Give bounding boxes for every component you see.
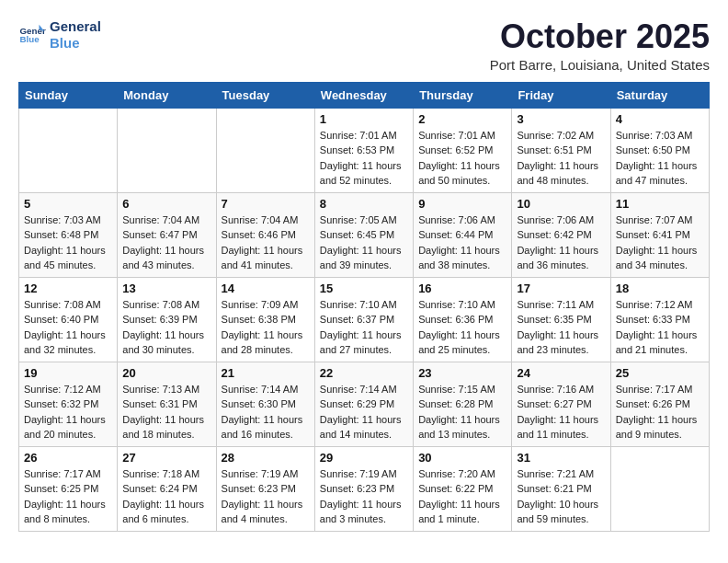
day-info: Sunrise: 7:04 AMSunset: 6:47 PMDaylight:… — [122, 213, 210, 273]
day-info: Sunrise: 7:17 AMSunset: 6:26 PMDaylight:… — [616, 382, 704, 442]
weekday-header: Wednesday — [314, 82, 413, 108]
weekday-header: Thursday — [414, 82, 512, 108]
page-header: General Blue General Blue October 2025 P… — [18, 18, 710, 73]
logo-blue: Blue — [50, 35, 101, 52]
day-info: Sunrise: 7:12 AMSunset: 6:33 PMDaylight:… — [616, 297, 704, 358]
day-number: 5 — [24, 197, 112, 211]
day-number: 12 — [24, 282, 112, 295]
day-number: 7 — [222, 197, 310, 211]
day-info: Sunrise: 7:01 AMSunset: 6:53 PMDaylight:… — [320, 128, 408, 189]
calendar-cell: 8Sunrise: 7:05 AMSunset: 6:45 PMDaylight… — [314, 192, 413, 277]
day-number: 27 — [122, 451, 210, 465]
calendar-cell: 15Sunrise: 7:10 AMSunset: 6:37 PMDayligh… — [314, 277, 413, 362]
day-info: Sunrise: 7:03 AMSunset: 6:48 PMDaylight:… — [24, 213, 112, 273]
calendar-cell: 21Sunrise: 7:14 AMSunset: 6:30 PMDayligh… — [216, 362, 314, 446]
calendar-week-row: 1Sunrise: 7:01 AMSunset: 6:53 PMDaylight… — [19, 108, 710, 192]
weekday-header: Tuesday — [216, 82, 314, 108]
day-info: Sunrise: 7:01 AMSunset: 6:52 PMDaylight:… — [418, 128, 506, 189]
day-info: Sunrise: 7:08 AMSunset: 6:39 PMDaylight:… — [122, 297, 210, 358]
calendar-week-row: 26Sunrise: 7:17 AMSunset: 6:25 PMDayligh… — [19, 446, 710, 531]
calendar-header-row: SundayMondayTuesdayWednesdayThursdayFrid… — [19, 82, 710, 108]
calendar-cell: 25Sunrise: 7:17 AMSunset: 6:26 PMDayligh… — [610, 362, 709, 446]
day-number: 23 — [418, 366, 506, 380]
calendar-cell: 1Sunrise: 7:01 AMSunset: 6:53 PMDaylight… — [314, 108, 413, 192]
day-number: 13 — [122, 282, 210, 295]
calendar-cell: 9Sunrise: 7:06 AMSunset: 6:44 PMDaylight… — [414, 192, 512, 277]
day-number: 21 — [222, 366, 310, 380]
day-number: 28 — [222, 451, 310, 465]
calendar-cell: 31Sunrise: 7:21 AMSunset: 6:21 PMDayligh… — [512, 446, 610, 531]
day-info: Sunrise: 7:16 AMSunset: 6:27 PMDaylight:… — [517, 382, 605, 442]
day-number: 18 — [616, 282, 704, 295]
calendar-cell: 11Sunrise: 7:07 AMSunset: 6:41 PMDayligh… — [610, 192, 709, 277]
title-block: October 2025 Port Barre, Louisiana, Unit… — [490, 18, 710, 73]
calendar-cell: 6Sunrise: 7:04 AMSunset: 6:47 PMDaylight… — [118, 192, 216, 277]
day-number: 26 — [24, 451, 112, 465]
calendar-cell: 27Sunrise: 7:18 AMSunset: 6:24 PMDayligh… — [118, 446, 216, 531]
day-info: Sunrise: 7:13 AMSunset: 6:31 PMDaylight:… — [122, 382, 210, 442]
day-info: Sunrise: 7:20 AMSunset: 6:22 PMDaylight:… — [418, 466, 506, 527]
day-info: Sunrise: 7:02 AMSunset: 6:51 PMDaylight:… — [517, 128, 605, 189]
calendar-cell: 16Sunrise: 7:10 AMSunset: 6:36 PMDayligh… — [414, 277, 512, 362]
calendar-week-row: 12Sunrise: 7:08 AMSunset: 6:40 PMDayligh… — [19, 277, 710, 362]
calendar-week-row: 19Sunrise: 7:12 AMSunset: 6:32 PMDayligh… — [19, 362, 710, 446]
weekday-header: Monday — [118, 82, 216, 108]
day-number: 31 — [517, 451, 605, 465]
day-number: 16 — [418, 282, 506, 295]
calendar-cell — [19, 108, 118, 192]
calendar-cell: 23Sunrise: 7:15 AMSunset: 6:28 PMDayligh… — [414, 362, 512, 446]
day-info: Sunrise: 7:12 AMSunset: 6:32 PMDaylight:… — [24, 382, 112, 442]
day-info: Sunrise: 7:14 AMSunset: 6:29 PMDaylight:… — [320, 382, 408, 442]
day-info: Sunrise: 7:06 AMSunset: 6:44 PMDaylight:… — [418, 213, 506, 273]
day-number: 22 — [320, 366, 408, 380]
calendar-cell: 20Sunrise: 7:13 AMSunset: 6:31 PMDayligh… — [118, 362, 216, 446]
calendar-cell: 19Sunrise: 7:12 AMSunset: 6:32 PMDayligh… — [19, 362, 118, 446]
calendar-cell: 3Sunrise: 7:02 AMSunset: 6:51 PMDaylight… — [512, 108, 610, 192]
calendar-cell: 22Sunrise: 7:14 AMSunset: 6:29 PMDayligh… — [314, 362, 413, 446]
calendar-cell: 14Sunrise: 7:09 AMSunset: 6:38 PMDayligh… — [216, 277, 314, 362]
day-number: 29 — [320, 451, 408, 465]
calendar-cell: 7Sunrise: 7:04 AMSunset: 6:46 PMDaylight… — [216, 192, 314, 277]
day-number: 2 — [418, 112, 506, 126]
day-number: 19 — [24, 366, 112, 380]
day-info: Sunrise: 7:14 AMSunset: 6:30 PMDaylight:… — [222, 382, 310, 442]
day-info: Sunrise: 7:06 AMSunset: 6:42 PMDaylight:… — [517, 213, 605, 273]
calendar-cell — [610, 446, 709, 531]
logo: General Blue General Blue — [18, 18, 101, 52]
svg-text:Blue: Blue — [20, 34, 40, 44]
calendar-cell: 26Sunrise: 7:17 AMSunset: 6:25 PMDayligh… — [19, 446, 118, 531]
day-number: 4 — [616, 112, 704, 126]
day-info: Sunrise: 7:17 AMSunset: 6:25 PMDaylight:… — [24, 466, 112, 527]
day-number: 10 — [517, 197, 605, 211]
month-title: October 2025 — [490, 18, 710, 55]
day-number: 8 — [320, 197, 408, 211]
day-number: 24 — [517, 366, 605, 380]
day-number: 25 — [616, 366, 704, 380]
calendar-cell: 24Sunrise: 7:16 AMSunset: 6:27 PMDayligh… — [512, 362, 610, 446]
calendar-cell: 2Sunrise: 7:01 AMSunset: 6:52 PMDaylight… — [414, 108, 512, 192]
day-number: 17 — [517, 282, 605, 295]
day-info: Sunrise: 7:15 AMSunset: 6:28 PMDaylight:… — [418, 382, 506, 442]
day-info: Sunrise: 7:04 AMSunset: 6:46 PMDaylight:… — [222, 213, 310, 273]
calendar-table: SundayMondayTuesdayWednesdayThursdayFrid… — [18, 82, 710, 532]
calendar-cell — [216, 108, 314, 192]
calendar-week-row: 5Sunrise: 7:03 AMSunset: 6:48 PMDaylight… — [19, 192, 710, 277]
calendar-cell: 30Sunrise: 7:20 AMSunset: 6:22 PMDayligh… — [414, 446, 512, 531]
day-info: Sunrise: 7:18 AMSunset: 6:24 PMDaylight:… — [122, 466, 210, 527]
logo-icon: General Blue — [18, 21, 46, 49]
calendar-cell — [118, 108, 216, 192]
weekday-header: Friday — [512, 82, 610, 108]
calendar-cell: 10Sunrise: 7:06 AMSunset: 6:42 PMDayligh… — [512, 192, 610, 277]
day-number: 20 — [122, 366, 210, 380]
logo-general: General — [50, 18, 101, 35]
day-number: 1 — [320, 112, 408, 126]
weekday-header: Sunday — [19, 82, 118, 108]
day-info: Sunrise: 7:03 AMSunset: 6:50 PMDaylight:… — [616, 128, 704, 189]
calendar-cell: 5Sunrise: 7:03 AMSunset: 6:48 PMDaylight… — [19, 192, 118, 277]
day-number: 9 — [418, 197, 506, 211]
calendar-cell: 12Sunrise: 7:08 AMSunset: 6:40 PMDayligh… — [19, 277, 118, 362]
day-number: 30 — [418, 451, 506, 465]
calendar-cell: 4Sunrise: 7:03 AMSunset: 6:50 PMDaylight… — [610, 108, 709, 192]
day-info: Sunrise: 7:05 AMSunset: 6:45 PMDaylight:… — [320, 213, 408, 273]
day-number: 15 — [320, 282, 408, 295]
